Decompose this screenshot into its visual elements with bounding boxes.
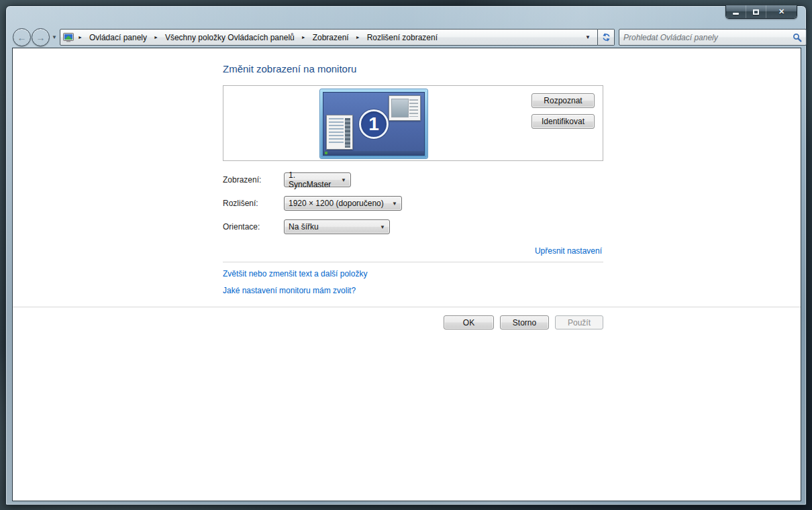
resolution-dropdown-value: 1920 × 1200 (doporučeno): [289, 199, 384, 208]
forward-icon: →: [36, 32, 46, 43]
minimize-button[interactable]: [726, 5, 746, 18]
breadcrumb-item-display[interactable]: Zobrazení: [310, 32, 352, 44]
address-dropdown-chevron-icon[interactable]: ▼: [581, 34, 595, 40]
orientation-dropdown-value: Na šířku: [289, 222, 319, 232]
search-icon[interactable]: [793, 33, 802, 42]
preview-column: [345, 118, 350, 148]
preview-pane: [391, 99, 409, 117]
close-button[interactable]: ✕: [766, 5, 797, 18]
monitor-number-badge: 1: [359, 109, 389, 139]
breadcrumb-arrow-icon[interactable]: ►: [77, 35, 84, 40]
display-label: Zobrazení:: [223, 175, 261, 185]
advanced-settings-link[interactable]: Upřesnit nastavení: [535, 246, 602, 256]
display-dropdown[interactable]: 1. SyncMaster ▼: [284, 172, 351, 187]
orientation-label: Orientace:: [223, 222, 260, 232]
apply-button[interactable]: Použít: [555, 315, 603, 329]
make-text-larger-link[interactable]: Zvětšit nebo zmenšit text a další položk…: [223, 269, 367, 278]
breadcrumb-item-screen-resolution[interactable]: Rozlišení zobrazení: [364, 32, 440, 44]
resolution-label: Rozlišení:: [223, 199, 258, 208]
minimize-icon: [733, 13, 739, 15]
breadcrumb-arrow-icon[interactable]: ►: [300, 35, 307, 40]
page-title: Změnit zobrazení na monitoru: [223, 63, 356, 74]
ok-button[interactable]: OK: [444, 315, 494, 329]
back-button[interactable]: ←: [13, 28, 31, 46]
desktop-window-preview-small: [326, 115, 353, 150]
refresh-button[interactable]: [598, 29, 615, 46]
navigation-bar: ← → ▼ ► Ovládací panely ► Všechny položk…: [6, 28, 806, 47]
display-dropdown-value: 1. SyncMaster: [289, 170, 336, 189]
chevron-down-icon: ▼: [387, 201, 397, 207]
cancel-button[interactable]: Storno: [500, 315, 549, 329]
monitor-screen: 1: [323, 92, 425, 156]
refresh-icon: [601, 32, 611, 42]
chevron-down-icon: ▼: [374, 224, 385, 230]
preview-lines: [409, 99, 418, 117]
footer-divider: [13, 307, 801, 307]
forward-button[interactable]: →: [32, 28, 50, 46]
display-icon: [63, 33, 74, 42]
preview-taskbar: [323, 151, 424, 155]
maximize-button[interactable]: [746, 5, 766, 18]
search-box: [619, 29, 807, 46]
breadcrumb-item-control-panel[interactable]: Ovládací panely: [87, 32, 150, 44]
monitor-number: 1: [368, 113, 379, 135]
section-divider: [223, 262, 603, 262]
what-display-settings-link[interactable]: Jaké nastavení monitoru mám zvolit?: [223, 286, 356, 295]
back-icon: ←: [17, 32, 27, 43]
resolution-dropdown[interactable]: 1920 × 1200 (doporučeno) ▼: [284, 196, 402, 211]
detect-button[interactable]: Rozpoznat: [531, 93, 595, 108]
identify-button[interactable]: Identifikovat: [531, 114, 595, 129]
chevron-down-icon: ▼: [336, 177, 346, 183]
orientation-dropdown[interactable]: Na šířku ▼: [284, 219, 390, 234]
address-bar[interactable]: ► Ovládací panely ► Všechny položky Ovlá…: [60, 29, 598, 46]
client-area: Změnit zobrazení na monitoru 1: [12, 48, 801, 501]
maximize-icon: [753, 9, 759, 15]
window-caption-buttons: ✕: [725, 5, 797, 19]
breadcrumb-arrow-icon[interactable]: ►: [152, 35, 160, 40]
search-input[interactable]: [623, 33, 793, 42]
desktop-window-preview: [389, 95, 421, 121]
breadcrumb-item-all-items[interactable]: Všechny položky Ovládacích panelů: [162, 32, 297, 44]
close-icon: ✕: [778, 7, 784, 16]
breadcrumb-arrow-icon[interactable]: ►: [354, 35, 362, 40]
preview-start-button: [325, 152, 327, 154]
monitor-thumbnail[interactable]: 1: [319, 89, 428, 159]
preview-lines: [329, 118, 344, 144]
explorer-window: ✕ ← → ▼ ► Ovládací panely ► Všechny polo…: [5, 5, 807, 505]
recent-pages-chevron-icon[interactable]: ▼: [52, 34, 57, 40]
